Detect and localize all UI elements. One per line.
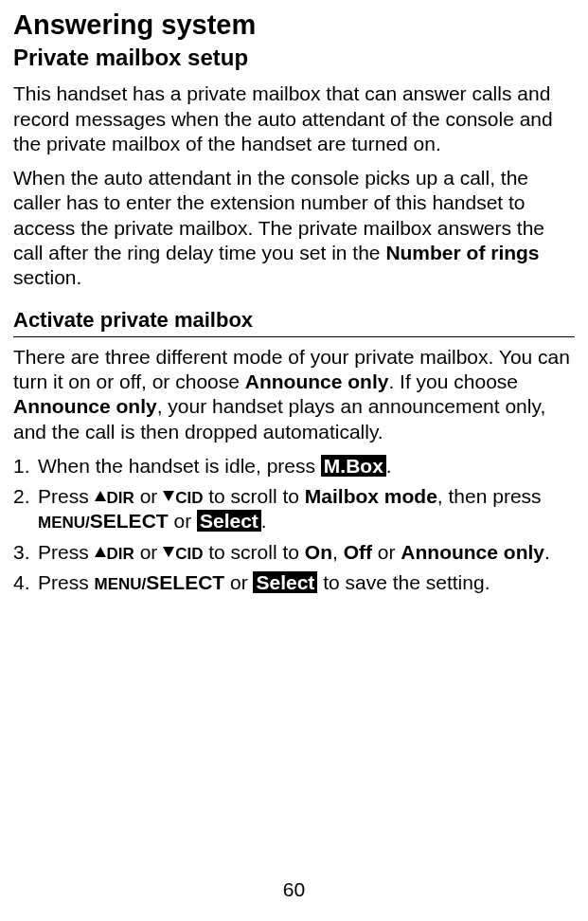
- intro-paragraph-2: When the auto attendant in the console p…: [13, 166, 575, 290]
- text: section.: [13, 266, 81, 288]
- text: or: [372, 541, 401, 563]
- text: When the handset is idle, press: [38, 455, 321, 477]
- step-3: Press DIR or CID to scroll to On, Off or…: [13, 540, 575, 565]
- text: to scroll to: [203, 541, 304, 563]
- announce-only-label: Announce only: [13, 395, 157, 417]
- text: . If you choose: [388, 370, 518, 392]
- announce-only-label: Announce only: [401, 541, 544, 563]
- step-2: Press DIR or CID to scroll to Mailbox mo…: [13, 484, 575, 534]
- mbox-key: M.Box: [321, 455, 386, 477]
- text: Press: [38, 485, 95, 507]
- step-4: Press MENU/SELECT or Select to save the …: [13, 570, 575, 595]
- page-number: 60: [0, 877, 588, 902]
- steps-list: When the handset is idle, press M.Box. P…: [13, 454, 575, 595]
- on-label: On: [305, 541, 332, 563]
- down-arrow-icon: [163, 547, 174, 557]
- text: to scroll to: [203, 485, 304, 507]
- off-label: Off: [344, 541, 372, 563]
- page-title: Answering system: [13, 8, 575, 42]
- text: or: [224, 571, 253, 593]
- text: Press: [38, 571, 95, 593]
- select-key: SELECT: [90, 510, 169, 532]
- up-arrow-icon: [95, 491, 106, 501]
- down-arrow-icon: [163, 491, 174, 501]
- text: to save the setting.: [317, 571, 490, 593]
- mailbox-mode-label: Mailbox mode: [305, 485, 437, 507]
- text: or: [169, 510, 197, 532]
- cid-key: CID: [175, 489, 203, 507]
- text: .: [544, 541, 550, 563]
- text: .: [386, 455, 392, 477]
- select-key: SELECT: [146, 571, 224, 593]
- announce-only-label: Announce only: [245, 370, 389, 392]
- select-softkey: Select: [253, 571, 317, 593]
- section-header: Activate private mailbox: [13, 307, 575, 337]
- dir-key: DIR: [107, 545, 134, 563]
- text: or: [134, 485, 163, 507]
- intro-paragraph-1: This handset has a private mailbox that …: [13, 81, 575, 156]
- dir-key: DIR: [107, 489, 134, 507]
- step-1: When the handset is idle, press M.Box.: [13, 454, 575, 479]
- cid-key: CID: [175, 545, 203, 563]
- up-arrow-icon: [95, 547, 106, 557]
- text: , then press: [437, 485, 542, 507]
- text: .: [261, 510, 267, 532]
- select-softkey: Select: [197, 510, 261, 532]
- text: ,: [332, 541, 344, 563]
- page-subtitle: Private mailbox setup: [13, 44, 575, 72]
- number-of-rings-label: Number of rings: [385, 242, 539, 263]
- section-paragraph: There are three different mode of your p…: [13, 345, 575, 444]
- menu-key: MENU/: [95, 575, 147, 593]
- text: Press: [38, 541, 95, 563]
- menu-key: MENU/: [38, 514, 90, 532]
- text: or: [134, 541, 163, 563]
